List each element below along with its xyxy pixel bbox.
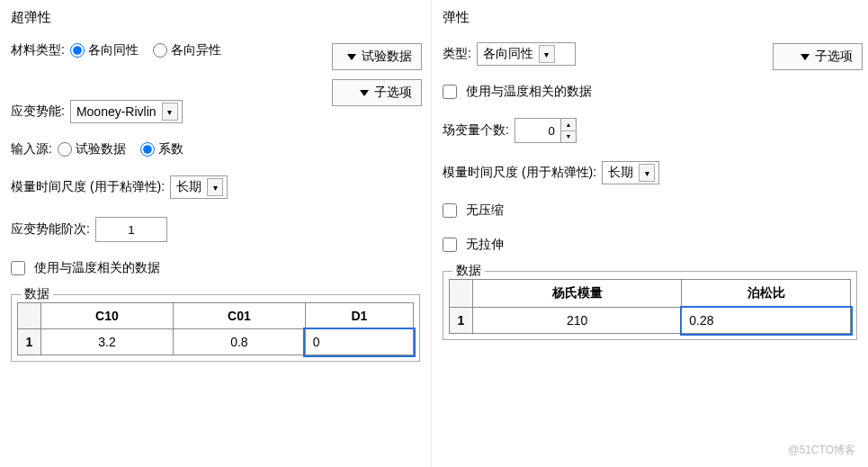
field-var-input[interactable] — [515, 119, 560, 142]
temp-checkbox-row: 使用与温度相关的数据 — [443, 84, 857, 100]
module-time-value: 长期 — [608, 165, 633, 181]
cell-d1[interactable]: 0 — [305, 329, 413, 355]
cell-c10[interactable]: 3.2 — [41, 329, 174, 355]
elastic-panel: 弹性 类型: 各向同性 ▾ 子选项 使用与温度相关的数据 场变量个数: ▲ ▼ … — [432, 0, 868, 467]
no-compression-checkbox[interactable]: 无压缩 — [443, 202, 504, 219]
chevron-down-icon — [801, 54, 810, 60]
radio-anisotropic-label: 各向异性 — [171, 42, 221, 58]
data-fieldset: 数据 杨氏模量 泊松比 1 210 0.28 — [443, 271, 857, 340]
table-row: 1 210 0.28 — [450, 308, 851, 334]
suboptions-dropdown[interactable]: 子选项 — [332, 79, 422, 106]
radio-isotropic[interactable]: 各向同性 — [70, 42, 139, 58]
material-type-label: 材料类型: — [11, 42, 65, 58]
strain-order-row: 应变势能阶次: — [11, 217, 420, 242]
field-var-row: 场变量个数: ▲ ▼ — [443, 118, 857, 143]
col-youngs: 杨氏模量 — [473, 280, 682, 308]
input-source-row: 输入源: 试验数据 系数 — [11, 141, 420, 157]
col-c01: C01 — [173, 303, 305, 329]
test-data-label: 试验数据 — [362, 49, 412, 65]
radio-isotropic-label: 各向同性 — [88, 42, 139, 58]
type-select[interactable]: 各向同性 ▾ — [477, 42, 576, 66]
row-index: 1 — [450, 308, 473, 334]
strain-order-label: 应变势能阶次: — [11, 221, 90, 238]
test-data-dropdown[interactable]: 试验数据 — [332, 43, 422, 70]
temp-checkbox-label: 使用与温度相关的数据 — [34, 260, 160, 274]
spinner-down-icon[interactable]: ▼ — [561, 131, 576, 143]
temp-checkbox[interactable]: 使用与温度相关的数据 — [11, 260, 160, 276]
cell-c01[interactable]: 0.8 — [173, 329, 305, 355]
radio-anisotropic-input[interactable] — [153, 43, 167, 58]
temp-checkbox-label: 使用与温度相关的数据 — [466, 84, 592, 98]
no-compression-input[interactable] — [443, 203, 457, 218]
data-fieldset: 数据 C10 C01 D1 1 3.2 0.8 0 — [11, 294, 420, 362]
field-var-label: 场变量个数: — [443, 122, 509, 139]
temp-checkbox[interactable]: 使用与温度相关的数据 — [443, 84, 592, 100]
cell-poisson[interactable]: 0.28 — [682, 308, 851, 334]
suboptions-label: 子选项 — [374, 85, 412, 101]
table-corner — [18, 303, 41, 329]
hyperelastic-panel: 超弹性 材料类型: 各向同性 各向异性 试验数据 子选项 应变势能: Moone… — [0, 0, 432, 467]
module-time-row: 模量时间尺度 (用于粘弹性): 长期 ▾ — [11, 175, 420, 199]
module-time-label: 模量时间尺度 (用于粘弹性): — [11, 179, 165, 195]
watermark: @51CTO博客 — [788, 443, 855, 458]
module-time-value: 长期 — [176, 179, 201, 195]
data-table: 杨氏模量 泊松比 1 210 0.28 — [449, 279, 851, 334]
strain-energy-label: 应变势能: — [11, 103, 65, 120]
table-header-row: C10 C01 D1 — [18, 303, 414, 329]
module-time-row: 模量时间尺度 (用于粘弹性): 长期 ▾ — [443, 161, 857, 184]
strain-order-input[interactable] — [95, 217, 167, 242]
no-tension-row: 无拉伸 — [443, 237, 857, 253]
suboptions-label: 子选项 — [815, 49, 853, 65]
table-header-row: 杨氏模量 泊松比 — [450, 280, 851, 308]
chevron-down-icon — [347, 54, 356, 60]
chevron-down-icon: ▾ — [539, 45, 555, 63]
chevron-down-icon: ▾ — [639, 164, 655, 182]
panel-title: 弹性 — [443, 9, 857, 26]
temp-checkbox-input[interactable] — [443, 85, 457, 99]
radio-coefficients-input[interactable] — [140, 142, 155, 157]
strain-energy-value: Mooney-Rivlin — [76, 104, 157, 119]
radio-isotropic-input[interactable] — [70, 43, 85, 58]
table-row: 1 3.2 0.8 0 — [18, 329, 414, 355]
col-poisson: 泊松比 — [682, 280, 851, 308]
table-corner — [450, 280, 473, 308]
col-d1: D1 — [305, 303, 413, 329]
chevron-down-icon: ▾ — [162, 103, 178, 121]
type-label: 类型: — [443, 46, 471, 62]
data-table: C10 C01 D1 1 3.2 0.8 0 — [17, 302, 414, 355]
cell-youngs[interactable]: 210 — [473, 308, 682, 334]
no-tension-input[interactable] — [443, 238, 457, 252]
radio-test-data[interactable]: 试验数据 — [58, 141, 126, 157]
radio-coefficients[interactable]: 系数 — [140, 141, 183, 157]
radio-coefficients-label: 系数 — [158, 141, 183, 157]
module-time-select[interactable]: 长期 ▾ — [602, 161, 659, 184]
chevron-down-icon — [360, 90, 369, 96]
strain-energy-select[interactable]: Mooney-Rivlin ▾ — [70, 100, 183, 123]
data-legend: 数据 — [21, 286, 53, 302]
spinner-up-icon[interactable]: ▲ — [561, 119, 576, 131]
radio-test-data-input[interactable] — [58, 142, 72, 157]
module-time-label: 模量时间尺度 (用于粘弹性): — [443, 165, 596, 181]
input-source-label: 输入源: — [11, 141, 52, 157]
no-tension-checkbox[interactable]: 无拉伸 — [443, 237, 504, 253]
row-index: 1 — [18, 329, 41, 355]
module-time-select[interactable]: 长期 ▾ — [170, 175, 228, 199]
panel-title: 超弹性 — [11, 9, 420, 26]
no-tension-label: 无拉伸 — [466, 237, 504, 251]
col-c10: C10 — [41, 303, 174, 329]
no-compression-row: 无压缩 — [443, 202, 857, 219]
suboptions-dropdown[interactable]: 子选项 — [773, 43, 863, 70]
chevron-down-icon: ▾ — [207, 178, 223, 196]
radio-test-data-label: 试验数据 — [76, 141, 126, 157]
data-legend: 数据 — [452, 263, 485, 279]
type-value: 各向同性 — [483, 46, 533, 62]
field-var-spinner[interactable]: ▲ ▼ — [515, 118, 577, 143]
temp-checkbox-input[interactable] — [11, 261, 25, 275]
temp-checkbox-row: 使用与温度相关的数据 — [11, 260, 420, 276]
radio-anisotropic[interactable]: 各向异性 — [153, 42, 221, 58]
no-compression-label: 无压缩 — [466, 202, 504, 217]
